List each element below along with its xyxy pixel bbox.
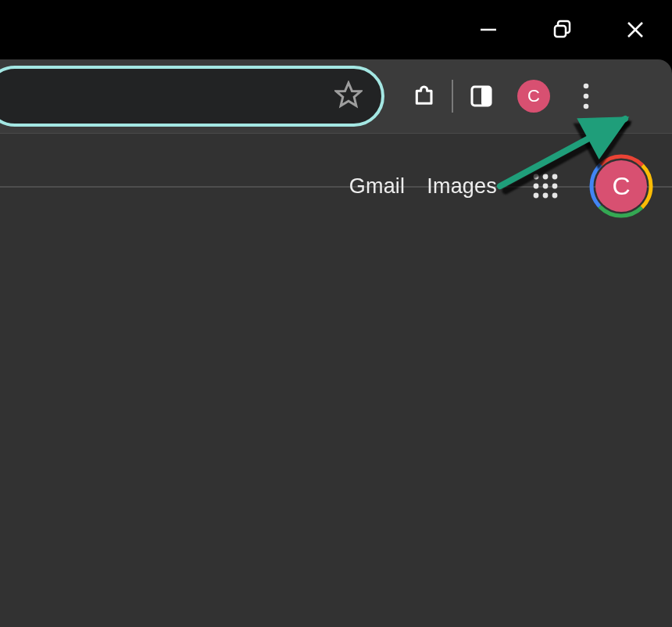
account-initial: C [612,172,630,201]
svg-point-10 [534,174,539,180]
maximize-button[interactable] [525,0,599,59]
svg-point-9 [584,104,589,109]
svg-point-14 [543,184,549,189]
maximize-icon [552,20,572,40]
svg-rect-6 [481,87,491,106]
toolbar-right: C [406,77,616,115]
svg-point-17 [543,193,549,199]
close-icon [625,20,645,40]
puzzle-icon [413,84,438,109]
profile-initial: C [527,86,540,106]
google-account-avatar: C [595,160,647,212]
svg-point-11 [543,174,549,180]
apps-grid-icon [531,172,559,200]
page-header: Gmail Images C [0,134,672,238]
menu-button[interactable] [567,77,605,115]
extensions-button[interactable] [406,77,444,115]
address-bar[interactable] [0,66,384,127]
svg-point-7 [584,84,589,89]
svg-rect-1 [555,26,566,37]
more-vert-icon [583,83,589,109]
minimize-button[interactable] [452,0,525,59]
gmail-link[interactable]: Gmail [349,174,406,199]
images-link[interactable]: Images [427,174,497,199]
svg-marker-4 [336,83,361,106]
sidepanel-icon [469,84,494,109]
minimize-icon [478,20,499,40]
close-button[interactable] [599,0,672,59]
window-titlebar [0,0,672,59]
sidepanel-button[interactable] [463,77,500,115]
page-content: Gmail Images C [0,133,672,627]
svg-point-16 [534,193,539,199]
toolbar-separator [452,80,453,113]
bookmark-star-icon[interactable] [334,81,363,112]
browser-toolbar: C [0,59,672,133]
svg-point-13 [534,184,539,189]
svg-point-8 [584,94,589,99]
profile-avatar[interactable]: C [517,80,550,113]
svg-point-18 [552,193,558,199]
svg-point-12 [552,174,558,180]
google-apps-button[interactable] [528,169,563,203]
google-account-button[interactable]: C [589,154,653,218]
svg-point-15 [552,184,558,189]
